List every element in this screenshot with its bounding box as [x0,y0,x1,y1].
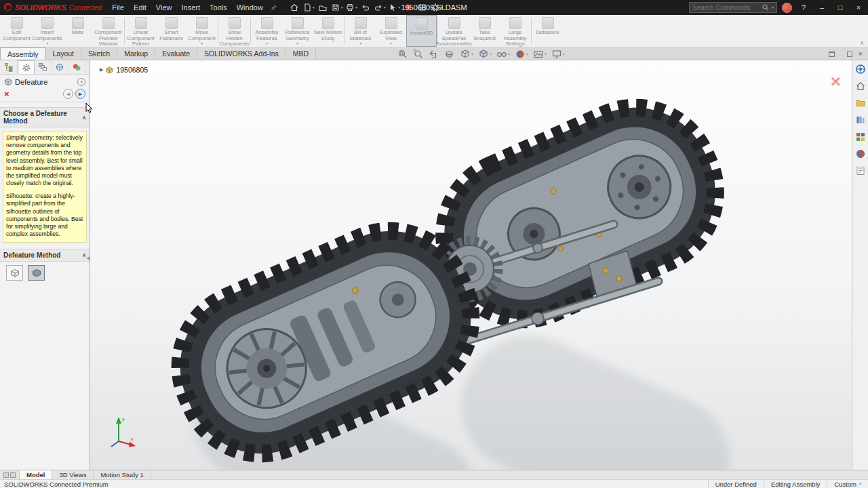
unit-system-selector[interactable]: Custom▾ [827,480,868,488]
tab-sketch[interactable]: Sketch [81,47,117,60]
ribbon-move-component[interactable]: Move Component▾ [186,15,217,47]
ribbon-large-assembly-settings[interactable]: Large Assembly Settings▾ [500,15,530,47]
method-simplify-button[interactable] [6,265,23,281]
tab-markup[interactable]: Markup [117,47,155,60]
save-button[interactable]: ▾ [331,1,343,14]
ribbon-new-motion-study[interactable]: New Motion Study [313,15,343,47]
ribbon-show-hidden-components[interactable]: Show Hidden Components [219,15,250,47]
hide-show-items-button[interactable]: ▾ [496,49,510,60]
view-palette-button[interactable] [855,131,866,144]
group-defeature-method-header[interactable]: Defeature Method ∧ [0,249,90,262]
ribbon-update-speedpak-subassemblies[interactable]: Update SpeedPak Subassemblies [439,15,469,47]
close-button[interactable]: × [852,3,865,12]
tab-configuration-manager[interactable] [35,60,52,74]
cancel-command-button[interactable]: × [831,73,841,90]
ribbon-component-preview-window[interactable]: Component Preview Window [93,15,123,47]
split-horizontal-icon[interactable] [3,472,9,478]
tab-model[interactable]: Model [20,470,52,479]
home-button[interactable] [288,1,300,14]
ribbon-defeature[interactable]: Defeature [532,15,563,47]
ribbon-edit-component[interactable]: Edit Component [1,15,32,47]
tab-3d-views[interactable]: 3D Views [52,470,94,479]
search-input[interactable] [692,4,760,12]
3dexperience-compass-button[interactable] [855,64,866,76]
tab-feature-manager[interactable] [1,60,18,74]
print-button[interactable]: ▾ [345,1,357,14]
maximize-button[interactable]: □ [833,3,847,12]
select-button[interactable]: ▾ [388,1,400,14]
menu-view[interactable]: View [151,3,177,12]
zoom-area-button[interactable] [413,49,424,60]
menu-file[interactable]: File [107,3,129,12]
new-window-icon[interactable] [829,52,835,57]
menu-tools[interactable]: Tools [205,3,232,12]
redo-button[interactable]: ▾ [374,1,386,14]
tab-mbd[interactable]: MBD [286,47,316,60]
ribbon-instant3d[interactable]: Instant3D [406,15,437,47]
method-silhouette-button[interactable] [28,265,45,281]
feature-tree-flyout[interactable]: ▶ 19506805 [100,66,148,74]
zoom-fit-button[interactable] [397,49,408,60]
new-document-button[interactable]: ▾ [302,1,315,14]
command-search[interactable]: ▾ [689,2,777,13]
apply-scene-button[interactable]: ▾ [533,49,547,60]
open-button[interactable] [317,1,329,14]
split-vertical-icon[interactable] [10,472,16,478]
tab-evaluate[interactable]: Evaluate [155,47,197,60]
menu-insert[interactable]: Insert [177,3,205,12]
tab-assembly[interactable]: Assembly [0,47,46,60]
view-settings-button[interactable]: ▾ [551,49,565,60]
panel-help-icon[interactable]: ? [77,78,85,86]
graphics-area[interactable]: ▶ 19506805 × y x [90,60,852,470]
tab-dimxpert-manager[interactable] [52,60,68,74]
search-dropdown-icon[interactable]: ▾ [772,5,774,9]
menu-edit[interactable]: Edit [129,3,151,12]
ribbon-mate[interactable]: Mate [62,15,93,47]
tab-motion-study-1[interactable]: Motion Study 1 [94,470,151,479]
file-explorer-button[interactable] [855,115,866,127]
ribbon-linear-component-pattern[interactable]: Linear Component Pattern▾ [125,15,156,47]
breadcrumb-expand-icon[interactable]: ▶ [100,67,103,73]
app-name-suffix: Connected [69,4,102,12]
window-close-icon[interactable]: × [859,50,863,58]
help-button[interactable]: ? [797,3,810,12]
user-avatar[interactable] [782,3,792,13]
front-track-assembly[interactable] [156,207,495,470]
zoom-area-icon [413,49,424,60]
edit-appearance-button[interactable]: ▾ [515,49,528,60]
ribbon-collapse-arrow[interactable]: ∧ [860,40,864,46]
panel-cancel-button[interactable]: × [4,89,9,98]
view-orientation-button[interactable]: ▾ [460,49,473,60]
display-style-button[interactable]: ▾ [478,49,492,60]
tab-layout[interactable]: Layout [46,47,82,60]
custom-properties-icon [855,165,866,176]
tab-display-manager[interactable] [68,60,85,74]
tab-solidworks-add-ins[interactable]: SOLIDWORKS Add-Ins [197,47,286,60]
pin-menu-button[interactable] [268,1,280,14]
custom-properties-button[interactable] [855,165,866,178]
panel-back-button[interactable]: ◀ [63,89,73,99]
ribbon-smart-fasteners[interactable]: Smart Fasteners [156,15,186,47]
panel-next-button[interactable]: ▶ [75,89,85,99]
group-choose-method-header[interactable]: Choose a Defeature Method ∧ [0,107,90,127]
section-view-button[interactable] [444,49,455,60]
appearances-button[interactable] [855,148,866,161]
ribbon-bill-of-materials[interactable]: Bill of Materials▾ [345,15,376,47]
ribbon-exploded-view[interactable]: Exploded View▾ [376,15,406,47]
dimxpert-icon [55,62,64,72]
silhouette-icon [32,268,41,277]
ribbon-insert-components[interactable]: Insert Components▾ [32,15,62,47]
undo-button[interactable] [359,1,372,14]
ribbon-take-snapshot[interactable]: Take Snapshot [469,15,500,47]
solidworks-resources-button[interactable] [855,81,866,93]
ribbon-reference-geometry[interactable]: Reference Geometry▾ [282,15,313,47]
model-3d[interactable] [90,60,852,470]
minimize-button[interactable]: – [815,3,829,12]
ribbon-assembly-features[interactable]: Assembly Features▾ [252,15,282,47]
assembly-name[interactable]: 19506805 [116,66,148,74]
tab-property-manager[interactable] [18,60,35,74]
window-restore-icon[interactable] [847,52,852,57]
menu-window[interactable]: Window [232,3,268,12]
previous-view-button[interactable] [429,49,439,60]
design-library-button[interactable] [855,98,866,110]
